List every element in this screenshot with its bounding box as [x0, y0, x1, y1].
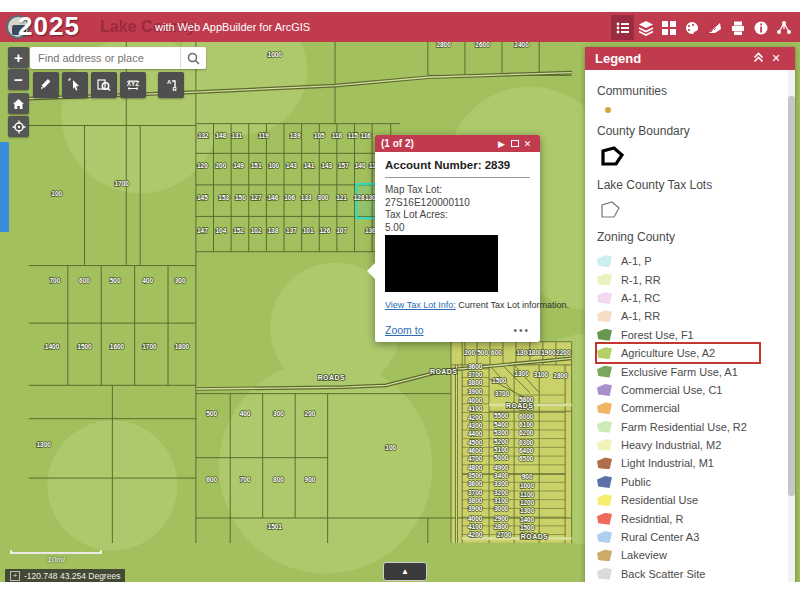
redacted-image: [385, 235, 498, 292]
zoning-swatch: [597, 476, 612, 488]
parcel-number-label: 1300: [514, 370, 529, 377]
legend-scrollbar-thumb[interactable]: [788, 96, 795, 496]
popup-link-line: View Tax Lot Info: Current Tax Lot infor…: [385, 300, 530, 310]
measure-widget-button[interactable]: [703, 15, 726, 40]
select-tool-button[interactable]: [62, 72, 88, 98]
basemap-gallery-widget-button[interactable]: [657, 15, 680, 40]
popup-next-feature-button[interactable]: ▶: [495, 139, 508, 149]
parcel-number-label: 132: [198, 132, 209, 139]
coordinate-xyz-tool-button[interactable]: XYZ: [120, 72, 146, 98]
zoom-in-button[interactable]: +: [8, 47, 29, 68]
bottom-margin: [0, 582, 800, 600]
parcel-number-label: 300: [175, 277, 186, 284]
zoom-out-button[interactable]: −: [8, 69, 29, 90]
parcel-number-label: 1500: [520, 524, 535, 531]
zoning-label: Lakeview: [621, 549, 667, 561]
parcel-number-label: 128: [354, 194, 365, 201]
parcel-number-label: 2600: [475, 42, 490, 48]
parcel-number-label: 153: [218, 194, 229, 201]
legend-widget-button[interactable]: [611, 15, 634, 40]
parcel-number-label: 1700: [114, 180, 129, 187]
attribute-table-tab[interactable]: ▲: [383, 562, 427, 581]
parcel-number-label: 118: [332, 132, 343, 139]
directions-tool-button[interactable]: A B: [158, 72, 184, 98]
legend-item: Farm Residential Use, R2: [597, 418, 781, 436]
search-box: [30, 47, 206, 69]
zoning-label: A-1, P: [621, 255, 652, 267]
popup-maximize-button[interactable]: [508, 139, 521, 149]
parcel-number-label: 4200: [468, 414, 483, 421]
parcel-number-label: 1500: [492, 377, 507, 384]
search-input[interactable]: [30, 52, 180, 64]
zoning-label: Farm Residential Use, R2: [621, 421, 747, 433]
parcel-number-label: 1700: [142, 343, 157, 350]
legend-panel: Legend ✕ Communities County Boundary Lak…: [585, 47, 795, 585]
app-window: 2025 Lake County with Web AppBuilder for…: [0, 0, 800, 600]
zoning-swatch: [597, 274, 612, 286]
legend-item: Lakeview: [597, 546, 781, 564]
app-header: 2025 Lake County with Web AppBuilder for…: [0, 12, 800, 42]
legend-close-button[interactable]: ✕: [767, 52, 785, 65]
parcel-number-label: 5100: [494, 446, 509, 453]
search-button[interactable]: [180, 47, 206, 69]
zoning-swatch: [597, 329, 612, 341]
parcel-number-label: 157: [338, 162, 349, 169]
parcel-number-label: 6200: [519, 429, 534, 436]
share-widget-button[interactable]: [772, 15, 795, 40]
parcel-number-label: 3600: [468, 480, 483, 487]
popup-close-button[interactable]: ✕: [521, 139, 534, 149]
view-tax-lot-info-link[interactable]: View Tax Lot Info:: [385, 300, 456, 310]
app-subtitle: with Web AppBuilder for ArcGIS: [155, 21, 310, 33]
parcel-number-label: 5500: [494, 412, 509, 419]
about-widget-button[interactable]: [749, 15, 772, 40]
parcel-number-label: 3900: [468, 505, 483, 512]
road-label: ROADS: [430, 368, 457, 375]
popup-field-value: 5.00: [385, 222, 530, 235]
parcel-number-label: 4100: [468, 405, 483, 412]
popup-body: Account Number: 2839 Map Tax Lot: 27S16E…: [375, 152, 540, 342]
parcel-number-label: 115: [347, 132, 358, 139]
parcel-number-label: 100: [51, 190, 62, 197]
parcel-number-label: 1600: [110, 343, 125, 350]
query-magnifier-icon: [97, 78, 111, 92]
parcel-number-label: 4000: [468, 397, 483, 404]
parcel-number-label: 100: [385, 444, 396, 451]
draw-tool-button[interactable]: [33, 72, 59, 98]
parcel-number-label: 500: [206, 410, 217, 417]
draw-palette-icon: [684, 20, 700, 36]
draw-widget-button[interactable]: [680, 15, 703, 40]
query-tool-button[interactable]: [91, 72, 117, 98]
map-toolbar: XYZ A B: [33, 72, 187, 98]
parcel-number-label: 2700: [497, 531, 512, 538]
legend-collapse-button[interactable]: [749, 52, 767, 65]
parcel-number-label: 6500: [519, 455, 534, 462]
header-widget-toolbar: [611, 15, 795, 40]
parcel-number-label: 127: [251, 194, 262, 201]
county-boundary-symbol: [599, 145, 625, 169]
locate-button[interactable]: [8, 116, 29, 137]
side-panel-tab[interactable]: [0, 142, 9, 232]
parcel-number-label: 148: [216, 132, 227, 139]
parcel-number-label: 4500: [468, 439, 483, 446]
popup-more-actions-button[interactable]: •••: [513, 325, 530, 336]
parcel-number-label: 141: [304, 162, 315, 169]
svg-text:B: B: [173, 86, 178, 92]
parcel-number-label: 152: [233, 227, 244, 234]
parcel-number-label: 116: [360, 132, 371, 139]
double-chevron-up-icon: [753, 52, 764, 63]
home-button[interactable]: [8, 93, 29, 114]
parcel-number-label: 3100: [494, 497, 509, 504]
parcel-number-label: 6000: [519, 413, 534, 420]
coordinate-capture-icon[interactable]: +: [10, 571, 20, 581]
zoning-swatch: [597, 421, 612, 433]
zoning-legend-list: A-1, PR-1, RRA-1, RCA-1, RRForest Use, F…: [597, 252, 781, 585]
parcel-number-label: 3700: [468, 489, 483, 496]
popup-footer: Zoom to •••: [385, 322, 530, 336]
layers-widget-button[interactable]: [634, 15, 657, 40]
legend-layer-county-boundary: County Boundary: [597, 124, 781, 138]
zoom-to-link[interactable]: Zoom to: [385, 324, 424, 336]
print-widget-button[interactable]: [726, 15, 749, 40]
popup-titlebar: (1 of 2) ▶ ✕: [375, 135, 540, 152]
zoning-swatch: [597, 402, 612, 414]
zoning-label: Heavy Industrial, M2: [621, 439, 721, 451]
